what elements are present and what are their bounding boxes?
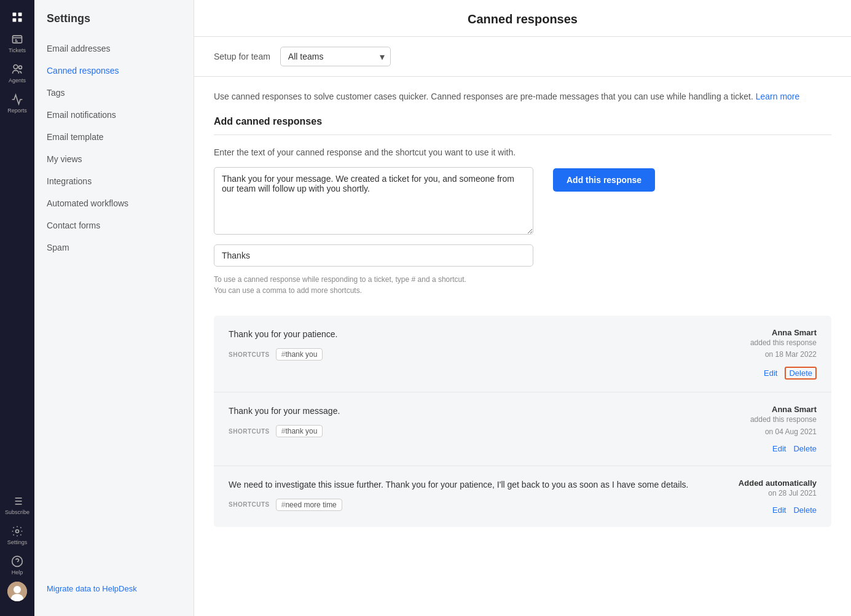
response-textarea[interactable]: Thank you for your message. We created a… bbox=[214, 167, 533, 235]
svg-point-6 bbox=[19, 66, 22, 69]
migrate-link[interactable]: Migrate data to HelpDesk bbox=[47, 584, 137, 593]
svg-point-5 bbox=[14, 65, 18, 69]
settings-sidebar: Settings Email addresses Canned response… bbox=[34, 0, 194, 616]
learn-more-link[interactable]: Learn more bbox=[756, 92, 800, 101]
content-body: Use canned responses to solve customer c… bbox=[194, 77, 851, 542]
response-item-left-1: Thank you for your patience. SHORTCUTS #… bbox=[229, 328, 718, 361]
table-row: Thank you for your message. SHORTCUTS #t… bbox=[214, 392, 831, 466]
edit-button-2[interactable]: Edit bbox=[772, 444, 786, 453]
response-author-3: Added automatically bbox=[718, 478, 817, 488]
delete-button-2[interactable]: Delete bbox=[793, 444, 817, 453]
shortcut-hint: To use a canned response while respondin… bbox=[214, 274, 533, 296]
settings-title: Settings bbox=[34, 12, 194, 37]
table-row: We need to investigate this issue furthe… bbox=[214, 466, 831, 527]
sidebar-item-my-views[interactable]: My views bbox=[34, 148, 194, 170]
sidebar-item-agents[interactable]: Agents bbox=[2, 60, 32, 87]
svg-rect-1 bbox=[18, 13, 22, 17]
shortcut-input[interactable] bbox=[214, 244, 533, 267]
icon-bar: Tickets Agents Reports Subscribe Setting… bbox=[0, 0, 34, 616]
section-divider bbox=[214, 135, 831, 135]
response-item-left-3: We need to investigate this issue furthe… bbox=[229, 478, 718, 511]
response-actions-3: Edit Delete bbox=[718, 505, 817, 515]
svg-rect-3 bbox=[18, 18, 22, 22]
team-selector-label: Setup for team bbox=[214, 52, 270, 61]
add-response-button[interactable]: Add this response bbox=[553, 168, 655, 192]
response-item-right-3: Added automatically on 28 Jul 2021 Edit … bbox=[718, 478, 817, 515]
shortcuts-label-3: SHORTCUTS bbox=[229, 501, 270, 508]
response-item-right-2: Anna Smart added this responseon 04 Aug … bbox=[718, 405, 817, 453]
response-actions-2: Edit Delete bbox=[718, 444, 817, 453]
sidebar-item-email-template[interactable]: Email template bbox=[34, 126, 194, 148]
sidebar-item-contact-forms[interactable]: Contact forms bbox=[34, 214, 194, 236]
add-section-description: Enter the text of your canned response a… bbox=[214, 147, 831, 157]
info-text: Use canned responses to solve customer c… bbox=[214, 92, 831, 101]
table-row: Thank you for your patience. SHORTCUTS #… bbox=[214, 316, 831, 392]
svg-point-17 bbox=[14, 586, 21, 593]
sidebar-footer: Migrate data to HelpDesk bbox=[34, 573, 194, 604]
response-text-group: Thank you for your message. We created a… bbox=[214, 167, 533, 237]
response-text-1: Thank you for your patience. bbox=[229, 328, 718, 341]
add-section-title: Add canned responses bbox=[214, 116, 831, 127]
svg-rect-0 bbox=[13, 13, 17, 17]
edit-button-1[interactable]: Edit bbox=[764, 368, 777, 378]
response-item-left-2: Thank you for your message. SHORTCUTS #t… bbox=[229, 405, 718, 437]
sidebar-item-email-addresses[interactable]: Email addresses bbox=[34, 37, 194, 60]
response-text-3: We need to investigate this issue furthe… bbox=[229, 478, 718, 491]
response-meta-3: on 28 Jul 2021 bbox=[718, 488, 817, 499]
svg-point-13 bbox=[16, 530, 19, 533]
sidebar-item-tickets[interactable]: Tickets bbox=[2, 29, 32, 57]
sidebar-item-spam[interactable]: Spam bbox=[34, 236, 194, 259]
shortcut-tag-2: #thank you bbox=[276, 425, 323, 437]
responses-list: Thank you for your patience. SHORTCUTS #… bbox=[214, 316, 831, 527]
shortcuts-label-2: SHORTCUTS bbox=[229, 428, 270, 435]
response-actions-1: Edit Delete bbox=[718, 367, 817, 380]
add-response-form: Thank you for your message. We created a… bbox=[214, 167, 533, 296]
edit-button-3[interactable]: Edit bbox=[772, 505, 786, 515]
sidebar-item-settings[interactable]: Settings bbox=[2, 521, 32, 549]
add-response-section: Thank you for your message. We created a… bbox=[214, 167, 831, 296]
shortcuts-row-2: SHORTCUTS #thank you bbox=[229, 425, 718, 437]
response-meta-1: added this responseon 18 Mar 2022 bbox=[718, 337, 817, 361]
sidebar-item-canned-responses[interactable]: Canned responses bbox=[34, 60, 194, 82]
sidebar-menu: Email addresses Canned responses Tags Em… bbox=[34, 37, 194, 573]
sidebar-item-reports[interactable]: Reports bbox=[2, 90, 32, 117]
team-selector-bar: Setup for team All teams Team A Team B ▾ bbox=[194, 37, 851, 77]
shortcuts-row-1: SHORTCUTS #thank you bbox=[229, 348, 718, 361]
response-author-1: Anna Smart bbox=[718, 328, 817, 337]
shortcut-tag-3: #need more time bbox=[276, 499, 342, 511]
team-selector-dropdown[interactable]: All teams Team A Team B bbox=[280, 47, 391, 66]
sidebar-item-email-notifications[interactable]: Email notifications bbox=[34, 104, 194, 126]
shortcut-group bbox=[214, 244, 533, 267]
response-text-2: Thank you for your message. bbox=[229, 405, 718, 418]
sidebar-item-help[interactable]: Help bbox=[2, 552, 32, 579]
shortcut-tag-1: #thank you bbox=[276, 348, 323, 361]
sidebar-item-subscribe[interactable]: Subscribe bbox=[2, 491, 32, 519]
delete-button-3[interactable]: Delete bbox=[793, 505, 817, 515]
team-dropdown-wrapper: All teams Team A Team B ▾ bbox=[280, 47, 391, 66]
main-content: Canned responses Setup for team All team… bbox=[194, 0, 851, 616]
shortcuts-label: SHORTCUTS bbox=[229, 351, 270, 358]
sidebar-item-dashboard[interactable] bbox=[2, 7, 32, 27]
avatar[interactable] bbox=[7, 582, 27, 601]
shortcuts-row-3: SHORTCUTS #need more time bbox=[229, 499, 718, 511]
delete-button-1[interactable]: Delete bbox=[785, 367, 817, 380]
sidebar-item-integrations[interactable]: Integrations bbox=[34, 170, 194, 192]
page-title: Canned responses bbox=[214, 12, 831, 26]
response-meta-2: added this responseon 04 Aug 2021 bbox=[718, 414, 817, 437]
svg-rect-2 bbox=[13, 18, 17, 22]
response-item-right-1: Anna Smart added this responseon 18 Mar … bbox=[718, 328, 817, 380]
sidebar-item-automated-workflows[interactable]: Automated workflows bbox=[34, 192, 194, 214]
sidebar-item-tags[interactable]: Tags bbox=[34, 82, 194, 104]
main-header: Canned responses bbox=[194, 0, 851, 37]
response-author-2: Anna Smart bbox=[718, 405, 817, 414]
